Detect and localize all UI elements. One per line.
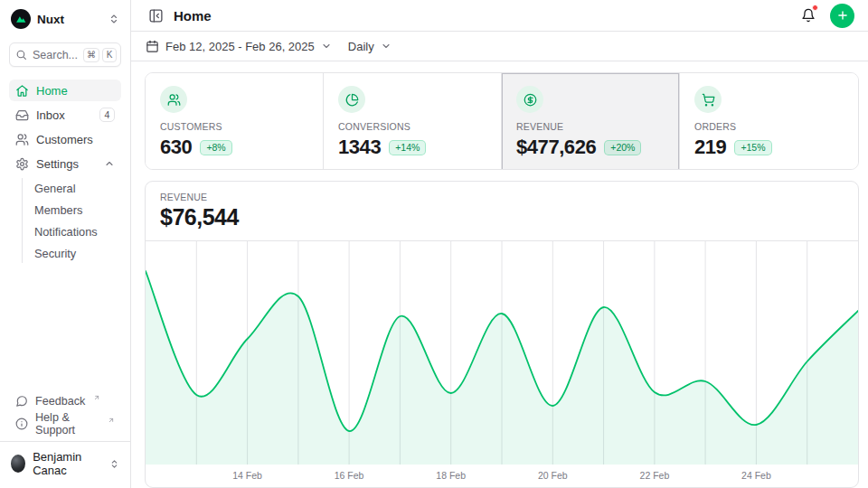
- sidebar-item-label: Customers: [36, 133, 93, 146]
- stat-delta-badge: +20%: [604, 140, 641, 155]
- sidebar-nav: Home Inbox 4 Customers Settings: [9, 80, 121, 263]
- chevron-updown-icon: [109, 459, 119, 469]
- notification-dot: [812, 5, 818, 11]
- gear-icon: [15, 157, 29, 171]
- revenue-chart-card: REVENUE $76,544 14 Feb16 Feb18 Feb20 Feb…: [145, 181, 859, 488]
- home-icon: [15, 84, 29, 98]
- chart-pie-icon: [338, 86, 365, 113]
- kbd-meta: ⌘: [83, 48, 99, 62]
- search-icon: [15, 49, 27, 61]
- cart-icon: [694, 86, 722, 113]
- svg-text:14 Feb: 14 Feb: [232, 470, 262, 481]
- workspace-name: Nuxt: [37, 13, 64, 26]
- settings-subnav: General Members Notifications Security: [22, 178, 121, 263]
- users-icon: [160, 86, 187, 113]
- sidebar-item-home[interactable]: Home: [9, 80, 121, 101]
- stat-customers[interactable]: CUSTOMERS 630 +8%: [146, 73, 324, 170]
- external-link-icon: [93, 394, 100, 401]
- chevron-updown-icon: [108, 14, 119, 24]
- chart-metric-value: $76,544: [160, 204, 844, 230]
- calendar-icon: [146, 40, 159, 53]
- add-button[interactable]: [830, 4, 854, 28]
- kbd-k: K: [102, 48, 117, 62]
- svg-text:18 Feb: 18 Feb: [436, 470, 466, 481]
- stat-label: ORDERS: [694, 121, 844, 132]
- info-circle-icon: [15, 418, 28, 430]
- feedback-label: Feedback: [35, 395, 85, 408]
- search-kbd-group: ⌘ K: [83, 48, 117, 62]
- stat-value: 630: [160, 136, 192, 159]
- chevron-down-icon: [321, 41, 332, 52]
- sidebar-item-notifications[interactable]: Notifications: [23, 221, 121, 241]
- sidebar-footer: Feedback Help & Support: [9, 391, 121, 441]
- stat-label: REVENUE: [516, 121, 665, 132]
- sidebar-item-label: Settings: [36, 157, 79, 171]
- chevron-down-icon: [381, 41, 392, 52]
- stat-conversions[interactable]: CONVERSIONS 1343 +14%: [324, 73, 502, 170]
- revenue-chart[interactable]: 14 Feb16 Feb18 Feb20 Feb22 Feb24 Feb: [146, 241, 858, 487]
- sidebar-item-settings[interactable]: Settings: [9, 153, 121, 174]
- sidebar-item-label: Home: [36, 84, 68, 98]
- period-select[interactable]: Daily: [348, 40, 392, 53]
- stat-value: 219: [694, 136, 726, 159]
- stat-label: CONVERSIONS: [338, 121, 486, 132]
- notifications-button[interactable]: [797, 5, 819, 26]
- chevron-up-icon: [104, 158, 115, 169]
- stat-label: CUSTOMERS: [160, 121, 308, 132]
- plus-icon: [836, 9, 849, 22]
- sidebar-item-security[interactable]: Security: [23, 243, 121, 263]
- sidebar-item-members[interactable]: Members: [23, 200, 121, 220]
- main-area: Home Feb 12, 2025 - Feb 26, 2025: [131, 0, 868, 488]
- sidebar-item-general[interactable]: General: [23, 178, 121, 198]
- app-window: Nuxt Search... ⌘ K Home: [0, 0, 868, 488]
- svg-text:16 Feb: 16 Feb: [335, 470, 364, 481]
- circle-dollar-icon: [516, 86, 543, 113]
- search-placeholder: Search...: [33, 49, 78, 61]
- sidebar-item-inbox[interactable]: Inbox 4: [9, 104, 121, 126]
- chart-header: REVENUE $76,544: [146, 182, 858, 241]
- workspace-switcher[interactable]: Nuxt: [9, 0, 121, 38]
- date-range-picker[interactable]: Feb 12, 2025 - Feb 26, 2025: [146, 40, 332, 53]
- stats-row: CUSTOMERS 630 +8% CONVERSIONS 1343 +14%: [145, 72, 859, 170]
- svg-text:24 Feb: 24 Feb: [741, 470, 771, 481]
- topbar: Home: [131, 0, 868, 32]
- stat-orders[interactable]: ORDERS 219 +15%: [680, 73, 858, 170]
- chat-bubble-icon: [15, 395, 28, 408]
- stat-delta-badge: +14%: [389, 140, 426, 155]
- feedback-link[interactable]: Feedback: [9, 391, 121, 411]
- panel-left-close-icon: [148, 8, 164, 23]
- date-range-label: Feb 12, 2025 - Feb 26, 2025: [165, 40, 315, 53]
- sidebar-item-label: Inbox: [36, 108, 65, 122]
- filters-toolbar: Feb 12, 2025 - Feb 26, 2025 Daily: [131, 32, 868, 61]
- chart-body: 14 Feb16 Feb18 Feb20 Feb22 Feb24 Feb: [146, 241, 858, 487]
- stat-value: 1343: [338, 136, 381, 159]
- collapse-sidebar-button[interactable]: [145, 5, 166, 26]
- chart-metric-label: REVENUE: [160, 192, 844, 202]
- stat-delta-badge: +8%: [200, 140, 231, 155]
- user-name: Benjamin Canac: [33, 450, 102, 477]
- inbox-count-badge: 4: [99, 108, 115, 122]
- stat-delta-badge: +15%: [734, 140, 771, 155]
- inbox-icon: [15, 108, 29, 122]
- stat-revenue[interactable]: REVENUE $477,626 +20%: [502, 73, 680, 170]
- users-icon: [15, 133, 29, 146]
- search-input[interactable]: Search... ⌘ K: [9, 42, 121, 67]
- sidebar-item-customers[interactable]: Customers: [9, 128, 121, 150]
- help-support-label: Help & Support: [35, 411, 99, 436]
- stat-value: $477,626: [516, 136, 596, 159]
- dashboard-content: CUSTOMERS 630 +8% CONVERSIONS 1343 +14%: [131, 61, 868, 488]
- avatar: [11, 455, 25, 473]
- period-label: Daily: [348, 40, 374, 53]
- external-link-icon: [108, 417, 115, 424]
- svg-text:20 Feb: 20 Feb: [538, 470, 568, 481]
- sidebar: Nuxt Search... ⌘ K Home: [0, 0, 131, 488]
- help-support-link[interactable]: Help & Support: [9, 414, 121, 434]
- nuxt-logo-icon: [11, 9, 31, 29]
- page-title: Home: [174, 8, 212, 23]
- user-menu[interactable]: Benjamin Canac: [0, 441, 130, 488]
- topbar-actions: [797, 4, 854, 28]
- svg-text:22 Feb: 22 Feb: [640, 470, 670, 481]
